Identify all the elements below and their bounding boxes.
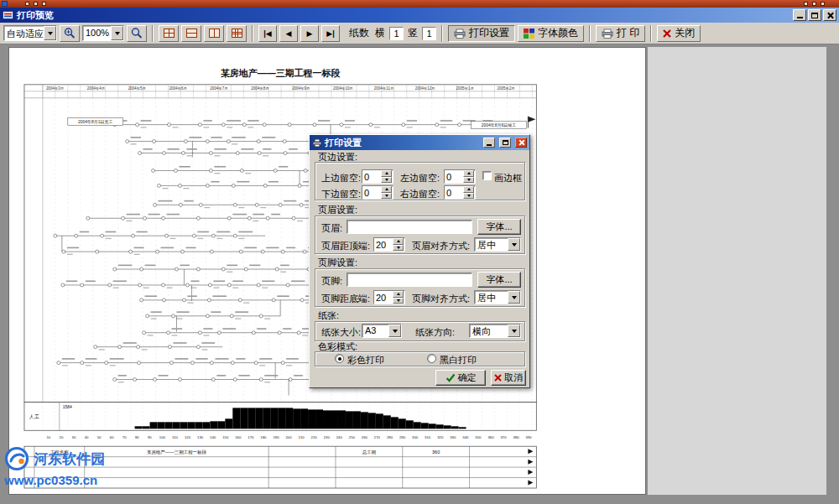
top-margin-label: 上边留空: [321,172,361,184]
dialog-minimize-button[interactable] [483,138,495,148]
color-print-radio[interactable] [335,354,344,363]
footer-align-label: 页脚对齐方式: [412,293,470,305]
header-offset-spinner[interactable] [373,237,405,252]
svg-text:180: 180 [260,435,267,439]
color-print-label: 彩色打印 [347,354,384,366]
svg-text:250: 250 [349,435,356,439]
layout-3x3-button[interactable] [227,25,247,42]
svg-text:230: 230 [324,435,331,439]
paper-size-select[interactable]: A3 [362,324,402,338]
grid-3x3-icon [232,29,242,38]
close-preview-button[interactable]: 关闭 [657,25,701,42]
paper-orientation-select[interactable]: 横向 [469,324,521,338]
vertical-count-input[interactable] [422,27,436,40]
footer-text-input[interactable] [347,273,472,287]
spin-down-button[interactable] [381,177,392,184]
ok-button[interactable]: 确定 [435,370,486,386]
next-page-button[interactable]: ▶ [300,25,319,42]
screen: 打印预览 自动适应 100% |◀ ◀ ▶ ▶| 纸数 横 竖 [0,0,839,504]
layout-horizontal-button[interactable] [181,25,201,42]
layout-vertical-button[interactable] [204,25,224,42]
cancel-label: 取消 [504,372,523,384]
svg-text:350: 350 [475,435,482,439]
svg-text:280: 280 [387,435,393,439]
left-margin-input[interactable] [445,170,463,183]
spin-up-button[interactable] [463,186,474,193]
print-label: 打 印 [617,26,639,40]
header-offset-input[interactable] [374,238,393,251]
header-align-select[interactable]: 居中 [474,237,521,252]
svg-text:120: 120 [185,435,191,439]
toolbar-separator [589,25,591,42]
print-button[interactable]: 打 印 [596,25,645,42]
spin-down-button[interactable] [463,177,474,184]
footer-align-select[interactable]: 居中 [474,290,521,304]
svg-text:2005年1月: 2005年1月 [456,86,474,91]
site-url: www.pc0359.cn [4,473,138,487]
spin-down-button[interactable] [381,193,392,200]
header-text-input[interactable] [347,220,472,234]
spin-down-button[interactable] [393,245,404,252]
close-button[interactable] [823,9,836,21]
svg-text:220: 220 [311,435,318,439]
dialog-maximize-button[interactable] [499,138,511,148]
bottom-margin-spinner[interactable] [362,185,393,200]
font-color-button[interactable]: 字体颜色 [518,25,584,42]
dialog-close-button[interactable] [515,138,527,148]
print-settings-button[interactable]: 打印设置 [448,25,515,42]
top-margin-input[interactable] [362,170,381,183]
svg-text:210: 210 [299,435,305,439]
spin-down-button[interactable] [463,193,474,200]
footer-offset-spinner[interactable] [373,290,405,304]
window-titlebar[interactable]: 打印预览 [0,8,839,23]
prev-page-button[interactable]: ◀ [279,25,298,42]
bw-print-radio[interactable] [427,354,436,363]
right-margin-spinner[interactable] [444,185,476,200]
svg-text:320: 320 [437,435,444,439]
grid-2x2-icon [164,29,175,38]
footer-offset-label: 页脚距底端: [321,293,370,305]
header-legend: 页眉设置: [318,204,357,216]
first-page-button[interactable]: |◀ [258,25,277,42]
chevron-down-icon[interactable] [111,26,123,40]
top-margin-spinner[interactable] [362,169,393,184]
layout-2x2-button[interactable] [159,25,179,42]
spin-up-button[interactable] [393,238,404,245]
dialog-printer-icon [312,138,322,148]
cancel-button[interactable]: 取消 [491,370,526,386]
left-margin-spinner[interactable] [444,169,476,184]
background-strip-icon [804,2,808,6]
chevron-down-icon[interactable] [508,325,520,337]
svg-text:某房地产——三期工程一标段: 某房地产——三期工程一标段 [221,68,341,78]
paper-size-label: 纸张大小: [321,326,361,339]
zoom-fit-button[interactable] [127,25,147,42]
spin-down-button[interactable] [393,298,404,304]
minimize-button[interactable] [793,9,806,21]
chevron-down-icon[interactable] [388,325,401,337]
bottom-margin-input[interactable] [362,186,381,199]
font-color-icon [524,29,534,39]
dialog-titlebar[interactable]: 打印设置 [310,135,529,150]
chevron-down-icon[interactable] [508,238,520,251]
zoom-in-button[interactable] [60,25,80,42]
svg-text:2004年4月: 2004年4月 [87,86,105,91]
chevron-down-icon[interactable] [44,26,56,40]
spin-up-button[interactable] [381,170,392,177]
last-page-button[interactable]: ▶| [321,25,340,42]
spin-up-button[interactable] [393,291,404,298]
maximize-button[interactable] [808,9,821,21]
footer-offset-input[interactable] [374,291,393,304]
zoom-level-select[interactable]: 100% [82,25,124,41]
fit-mode-select[interactable]: 自动适应 [3,25,57,41]
check-icon [446,373,456,382]
right-margin-input[interactable] [445,186,463,199]
spin-up-button[interactable] [463,170,474,177]
chevron-down-icon[interactable] [508,291,520,304]
header-align-label: 页眉对齐方式: [412,240,470,252]
footer-font-button[interactable]: 字体... [477,272,521,288]
horizontal-count-input[interactable] [389,27,404,40]
header-font-button[interactable]: 字体... [477,219,521,235]
svg-text:2004年8月1日完工: 2004年8月1日完工 [78,119,112,125]
spin-up-button[interactable] [381,186,392,193]
draw-border-checkbox[interactable] [482,171,492,180]
